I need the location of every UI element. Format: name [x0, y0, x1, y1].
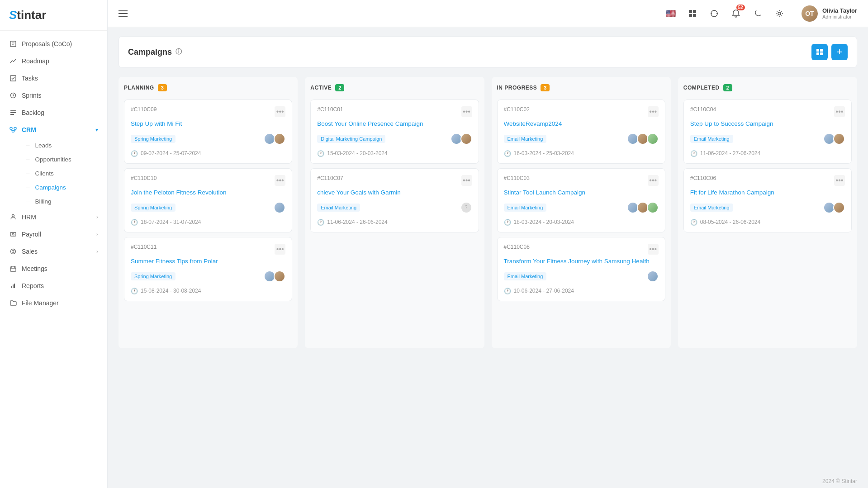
hamburger-menu[interactable] — [119, 10, 128, 17]
file-manager-icon — [9, 299, 17, 307]
campaign-card-C110C03[interactable]: #C110C03 ••• Stintar Tool Launch Campaig… — [497, 168, 665, 232]
card-date-text: 08-05-2024 - 26-06-2024 — [700, 219, 760, 225]
column-count-inprogress: 3 — [541, 84, 550, 91]
sidebar-item-opportunities[interactable]: Opportunities — [22, 152, 107, 166]
campaign-card-C110C08[interactable]: #C110C08 ••• Transform Your Fitness Jour… — [497, 237, 665, 301]
svg-rect-16 — [10, 232, 16, 236]
sidebar-item-backlog[interactable]: Backlog — [0, 104, 107, 121]
svg-rect-42 — [820, 52, 823, 55]
card-title: chieve Your Goals with Garmin — [317, 189, 472, 197]
sidebar-item-billing[interactable]: Billing — [22, 194, 107, 208]
column-header-completed: COMPLETED 2 — [683, 82, 852, 93]
sidebar-label-backlog: Backlog — [22, 109, 44, 116]
avatar-initials: OT — [802, 5, 818, 22]
card-date: 🕐 11-06-2024 - 27-06-2024 — [690, 150, 845, 157]
clock-icon: 🕐 — [690, 150, 697, 157]
sidebar-item-clients[interactable]: Clients — [22, 166, 107, 180]
sidebar-item-campaigns[interactable]: Campaigns — [22, 180, 107, 194]
grid-view-button[interactable] — [811, 44, 828, 60]
clock-icon: 🕐 — [690, 219, 697, 226]
sidebar-item-proposals[interactable]: Proposals (CoCo) — [0, 35, 107, 52]
card-avatars: ? — [460, 202, 472, 213]
card-menu-button[interactable]: ••• — [275, 244, 285, 255]
mini-avatar — [833, 202, 845, 213]
svg-rect-30 — [693, 10, 696, 13]
svg-point-15 — [12, 215, 14, 217]
card-menu-button[interactable]: ••• — [648, 244, 659, 255]
user-role: Administrator — [822, 14, 857, 19]
card-date-text: 10-06-2024 - 27-06-2024 — [514, 288, 574, 294]
card-menu-button[interactable]: ••• — [648, 106, 659, 117]
user-info: OT Olivia Taylor Administrator — [794, 5, 857, 22]
mini-avatar — [274, 133, 285, 145]
sidebar-item-sales[interactable]: Sales › — [0, 243, 107, 260]
campaign-card-C110C01[interactable]: #C110C01 ••• Boost Your Online Presence … — [310, 99, 479, 164]
card-avatars — [627, 202, 659, 213]
column-count-planning: 3 — [158, 84, 167, 91]
roadmap-icon — [9, 57, 17, 65]
page-title: Campaigns ⓘ — [128, 47, 182, 57]
apps-icon[interactable] — [685, 6, 700, 21]
card-id: #C110C11 — [131, 244, 157, 250]
mini-avatar-empty: ? — [460, 202, 472, 213]
card-menu-button[interactable]: ••• — [834, 175, 845, 186]
card-title: Summer Fitness Tips from Polar — [131, 257, 285, 266]
card-date-text: 09-07-2024 - 25-07-2024 — [141, 150, 201, 156]
sidebar-item-roadmap[interactable]: Roadmap — [0, 52, 107, 70]
page-header: Campaigns ⓘ + — [119, 36, 857, 68]
settings-icon[interactable] — [772, 6, 787, 21]
card-tag: Spring Marketing — [131, 204, 175, 212]
card-title: Join the Peloton Fitness Revolution — [131, 189, 285, 197]
sidebar-item-sprints[interactable]: Sprints — [0, 87, 107, 104]
campaign-card-C110C07[interactable]: #C110C07 ••• chieve Your Goals with Garm… — [310, 168, 479, 232]
column-title-planning: PLANNING — [124, 85, 154, 91]
hrm-icon — [9, 213, 17, 221]
flag-icon[interactable]: 🇺🇸 — [664, 6, 678, 21]
add-campaign-button[interactable]: + — [831, 44, 848, 60]
column-count-completed: 2 — [723, 84, 732, 91]
sidebar-item-tasks[interactable]: Tasks — [0, 70, 107, 87]
sidebar-item-meetings[interactable]: Meetings — [0, 260, 107, 277]
sales-arrow-icon: › — [96, 248, 98, 255]
card-meta: Email Marketing — [504, 270, 659, 282]
clock-icon: 🕐 — [131, 288, 138, 294]
notification-button[interactable]: 52 — [729, 6, 743, 21]
info-icon[interactable]: ⓘ — [175, 48, 182, 56]
reports-icon — [9, 282, 17, 290]
kanban-column-completed: COMPLETED 2 #C110C04 ••• Step Up to Succ… — [678, 77, 857, 348]
card-menu-button[interactable]: ••• — [461, 175, 472, 186]
campaign-card-C110C09[interactable]: #C110C09 ••• Step Up with Mi Fit Spring … — [124, 99, 292, 164]
sidebar-item-payroll[interactable]: Payroll › — [0, 226, 107, 243]
campaign-card-C110C11[interactable]: #C110C11 ••• Summer Fitness Tips from Po… — [124, 237, 292, 301]
page-content: Campaigns ⓘ + PLANNING 3 #C110C09 ••• St… — [108, 27, 868, 474]
sidebar-item-leads[interactable]: Leads — [22, 138, 107, 152]
footer: 2024 © Stintar — [108, 474, 868, 488]
card-tag: Email Marketing — [690, 135, 733, 143]
card-menu-button[interactable]: ••• — [275, 175, 285, 186]
payroll-arrow-icon: › — [96, 231, 98, 237]
card-menu-button[interactable]: ••• — [834, 106, 845, 117]
crosshair-icon[interactable] — [707, 6, 721, 21]
campaign-card-C110C10[interactable]: #C110C10 ••• Join the Peloton Fitness Re… — [124, 168, 292, 232]
card-menu-button[interactable]: ••• — [648, 175, 659, 186]
campaign-card-C110C04[interactable]: #C110C04 ••• Step Up to Success Campaign… — [683, 99, 852, 164]
card-menu-button[interactable]: ••• — [461, 106, 472, 117]
sidebar-label-proposals: Proposals (CoCo) — [22, 40, 72, 47]
campaign-card-C110C02[interactable]: #C110C02 ••• WebsiteRevamp2024 Email Mar… — [497, 99, 665, 164]
sidebar-item-crm[interactable]: CRM ▾ — [0, 121, 107, 138]
column-title-inprogress: IN PROGRESS — [497, 85, 537, 91]
logo-text: Stintar — [9, 8, 46, 22]
dark-mode-icon[interactable] — [750, 6, 765, 21]
sidebar-label-leads: Leads — [35, 142, 52, 149]
sidebar-item-file-manager[interactable]: File Manager — [0, 294, 107, 312]
sidebar-item-reports[interactable]: Reports — [0, 277, 107, 294]
card-date-text: 11-06-2024 - 26-06-2024 — [327, 219, 387, 225]
campaign-card-C110C06[interactable]: #C110C06 ••• Fit for Life Marathon Campa… — [683, 168, 852, 232]
card-title: Step Up with Mi Fit — [131, 120, 285, 128]
card-menu-button[interactable]: ••• — [275, 106, 285, 117]
clock-icon: 🕐 — [504, 150, 511, 157]
sidebar-item-hrm[interactable]: HRM › — [0, 208, 107, 226]
svg-rect-0 — [10, 41, 16, 47]
card-meta: Digital Marketing Campaign — [317, 133, 472, 145]
card-tag: Email Marketing — [504, 204, 547, 212]
